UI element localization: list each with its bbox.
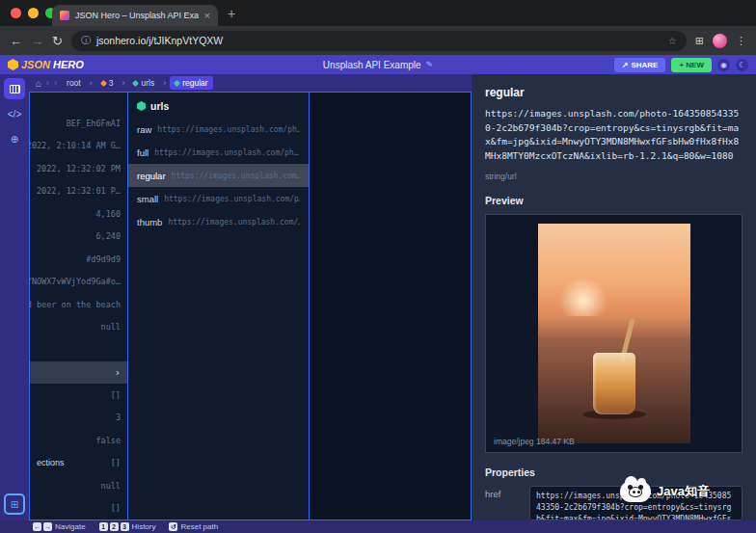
json-row-small[interactable]: smallhttps://images.unsplash.com/p… [128,187,309,210]
json-value: https://images.unsplash.com… [172,172,300,180]
json-row-raw[interactable]: rawhttps://images.unsplash.com/ph… [128,118,309,141]
share-label: SHARE [631,61,658,69]
json-value: 1, 2022, 2:10:14 AM G… [30,141,121,150]
profile-avatar[interactable] [713,34,727,48]
browser-menu-icon[interactable]: ⋮ [736,35,746,47]
node-icon [132,79,139,86]
minimize-window-button[interactable] [28,8,39,18]
columns-icon [10,85,20,93]
share-button[interactable]: ↗ SHARE [614,58,666,72]
column-view-button[interactable] [4,78,25,99]
json-row[interactable]: rjYNOWX7vWVjYod9Ga#o… [30,271,127,294]
edit-title-icon[interactable]: ✎ [426,60,434,69]
json-row[interactable]: null [30,474,127,497]
breadcrumb-item-urls[interactable]: urls [128,76,159,90]
json-row[interactable]: [] [30,497,127,520]
json-row[interactable]: BEF_Eh6FmAI [30,112,127,135]
home-icon[interactable]: ⌂ [36,78,41,89]
bookmark-star-icon[interactable]: ☆ [668,36,677,46]
keycap: 2 [110,522,119,531]
json-value: 6,240 [95,231,121,241]
json-key: full [137,147,148,158]
photo-cup-shape [593,353,635,414]
json-row-thumb[interactable]: thumbhttps://images.unsplash.com/… [128,210,309,233]
new-document-button[interactable]: + NEW [671,58,712,72]
json-row[interactable]: 4,160 [30,202,127,226]
discord-icon[interactable]: ◉ [717,59,730,71]
reset-keys: ↺ [169,522,177,531]
header-actions: ↗ SHARE + NEW ◉ ☾ [614,58,748,72]
object-hexagon-icon [137,101,146,111]
json-row[interactable]: 1, 2022, 12:32:01 P… [30,180,127,203]
json-value: [] [111,390,121,400]
history-label: History [132,522,156,531]
open-panel-button[interactable]: ⊞ [4,493,25,515]
search-button[interactable]: ⊕ [4,128,25,149]
detail-type-badge: string/url [485,172,742,181]
theme-toggle-icon[interactable]: ☾ [736,59,748,71]
json-row[interactable]: 1, 2022, 12:32:02 PM [30,157,127,180]
json-row[interactable] [30,338,127,361]
json-row[interactable]: null [30,316,127,339]
path-forward-icon[interactable]: › [54,78,57,88]
column-urls-rows: rawhttps://images.unsplash.com/ph…fullht… [128,118,309,233]
browser-toolbar: ← → ↻ ⓘ jsonhero.io/j/tJIKnpVtYQXW ☆ ⊞ ⋮ [0,26,756,55]
detail-title: regular [485,86,742,99]
reset-hint: ↺ Reset path [169,522,218,531]
breadcrumb-item-regular[interactable]: regular [170,76,212,90]
json-value: null [101,481,121,491]
close-window-button[interactable] [11,8,21,18]
json-value: #d9d9d9 [86,254,121,264]
path-back-icon[interactable]: ‹ [46,78,49,88]
forward-icon[interactable]: → [31,35,43,47]
json-row[interactable]: old beer on the beach [30,293,127,316]
column-first: BEF_Eh6FmAI1, 2022, 2:10:14 AM G…1, 2022… [30,93,128,520]
image-meta: image/jpeg 184.47 KB [494,437,575,446]
extensions-icon[interactable]: ⊞ [695,35,704,47]
json-row[interactable]: 6,240 [30,226,127,249]
breadcrumb-label: regular [182,78,207,88]
watermark: Java知音 [620,481,710,502]
site-info-icon[interactable]: ⓘ [81,34,91,47]
json-row-full[interactable]: fullhttps://images.unsplash.com/ph… [128,141,309,164]
json-row[interactable]: ections[] [30,452,127,475]
json-key: thumb [137,217,162,227]
json-key: regular [137,171,166,181]
json-row[interactable]: [] [30,384,127,407]
json-value: [] [111,458,121,467]
breadcrumb-separator: › [122,78,124,88]
back-icon[interactable]: ← [10,35,22,47]
json-value: 1, 2022, 12:32:02 PM [30,164,121,173]
address-bar[interactable]: ⓘ jsonhero.io/j/tJIKnpVtYQXW ☆ [71,31,687,51]
photo-sea-shape [538,316,690,338]
jsonhero-logo[interactable]: JSON HERO [8,59,84,70]
breadcrumb-item-root[interactable]: root [62,76,86,90]
json-row-regular[interactable]: regularhttps://images.unsplash.com… [128,164,309,187]
json-row[interactable]: › [30,361,127,385]
breadcrumb-item-3[interactable]: 3 [96,76,119,90]
preview-box: image/jpeg 184.47 KB [485,214,742,453]
close-tab-icon[interactable]: × [204,11,210,21]
node-icon [174,79,180,86]
detail-url-value[interactable]: https://images.unsplash.com/photo-164350… [485,107,742,164]
json-value: 3 [116,413,121,422]
navigate-label: Navigate [55,522,86,531]
json-row[interactable]: 3 [30,407,127,430]
reload-icon[interactable]: ↻ [52,35,63,47]
column-empty [310,93,471,520]
json-value: https://images.unsplash.com/… [168,218,300,227]
json-value: https://images.unsplash.com/ph… [154,148,300,157]
new-tab-button[interactable]: + [228,6,235,21]
browser-tab[interactable]: JSON Hero – Unsplash API Exa × [52,5,218,26]
json-row[interactable]: #d9d9d9 [30,248,127,271]
panda-eyes [633,491,635,493]
navigate-hint: ←→ Navigate [33,522,86,531]
document-title: Unsplash API Example ✎ [323,60,433,70]
keycap: 1 [99,522,108,531]
json-view-button[interactable]: </> [4,103,25,124]
panda-icon [629,487,642,497]
detail-panel: regular https://images.unsplash.com/phot… [472,74,756,520]
json-row[interactable]: false [30,429,127,452]
json-value: https://images.unsplash.com/p… [164,195,300,203]
json-row[interactable]: 1, 2022, 2:10:14 AM G… [30,135,127,158]
